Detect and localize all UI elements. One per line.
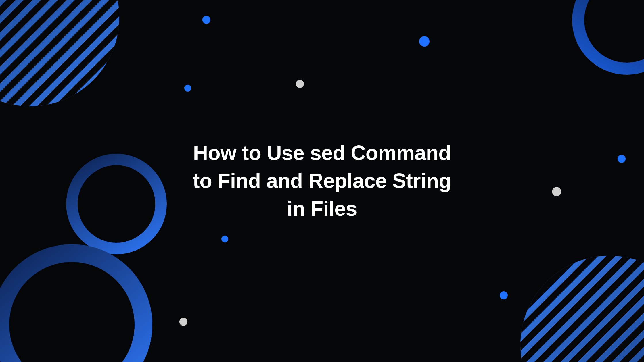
decor-dot: [179, 318, 187, 326]
decor-dot: [184, 85, 191, 92]
decor-ring: [0, 244, 152, 362]
decor-dot: [500, 291, 508, 299]
decor-dot: [296, 80, 304, 88]
decor-dot: [618, 155, 626, 163]
decor-stripe-circle: [520, 256, 644, 362]
decor-ring: [66, 154, 167, 254]
decor-dot: [552, 187, 561, 196]
decor-dot: [419, 36, 430, 47]
decor-ring: [572, 0, 644, 75]
page-title: How to Use sed Command to Find and Repla…: [193, 139, 451, 223]
decor-dot: [221, 236, 228, 242]
decor-stripe-circle: [0, 0, 119, 106]
decor-dot: [202, 16, 210, 24]
